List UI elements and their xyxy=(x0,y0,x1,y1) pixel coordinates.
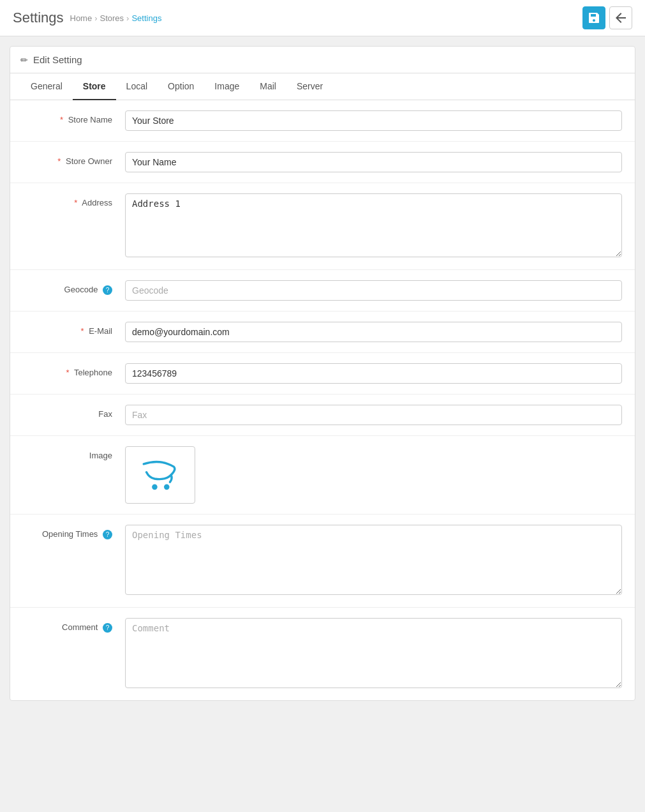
opening-times-label: Opening Times ? xyxy=(23,525,125,539)
comment-control xyxy=(125,618,622,690)
card-header-title: Edit Setting xyxy=(33,54,82,65)
breadcrumb-sep-2: › xyxy=(126,13,129,23)
comment-input[interactable] xyxy=(125,618,622,688)
email-row: * E-Mail xyxy=(10,312,635,353)
svg-point-0 xyxy=(152,485,158,490)
fax-input[interactable] xyxy=(125,405,622,425)
image-row: Image xyxy=(10,436,635,515)
geocode-help-icon[interactable]: ? xyxy=(103,285,112,295)
opening-times-control xyxy=(125,525,622,597)
address-label: * Address xyxy=(23,193,125,207)
pencil-icon: ✏ xyxy=(20,55,28,65)
email-input[interactable] xyxy=(125,322,622,342)
comment-help-icon[interactable]: ? xyxy=(103,623,112,633)
comment-label: Comment ? xyxy=(23,618,125,633)
breadcrumb-current: Settings xyxy=(131,13,161,23)
store-name-label: * Store Name xyxy=(23,110,125,124)
store-name-row: * Store Name xyxy=(10,100,635,142)
fax-label: Fax xyxy=(23,405,125,419)
telephone-label: * Telephone xyxy=(23,363,125,377)
store-owner-row: * Store Owner xyxy=(10,142,635,183)
store-owner-control xyxy=(125,152,622,172)
fax-row: Fax xyxy=(10,395,635,436)
geocode-row: Geocode ? xyxy=(10,270,635,312)
email-required: * xyxy=(80,326,84,336)
address-required: * xyxy=(74,198,77,207)
store-owner-label: * Store Owner xyxy=(23,152,125,166)
tab-option[interactable]: Option xyxy=(158,73,204,100)
telephone-control xyxy=(125,363,622,384)
opening-times-row: Opening Times ? xyxy=(10,515,635,608)
telephone-row: * Telephone xyxy=(10,353,635,395)
settings-card: ✏ Edit Setting General Store Local Optio… xyxy=(10,46,635,701)
store-owner-required: * xyxy=(57,156,61,166)
image-control xyxy=(125,446,622,504)
top-bar-left: Settings Home › Stores › Settings xyxy=(13,10,161,26)
opening-times-input[interactable] xyxy=(125,525,622,595)
breadcrumb-sep-1: › xyxy=(94,13,97,23)
store-name-control xyxy=(125,110,622,131)
image-preview[interactable] xyxy=(125,446,195,504)
card-header: ✏ Edit Setting xyxy=(10,47,635,73)
telephone-input[interactable] xyxy=(125,363,622,384)
store-name-input[interactable] xyxy=(125,110,622,131)
email-control xyxy=(125,322,622,342)
page-title: Settings xyxy=(13,10,64,26)
top-bar: Settings Home › Stores › Settings xyxy=(0,0,645,36)
cart-logo xyxy=(138,456,182,494)
address-row: * Address Address 1 xyxy=(10,183,635,270)
telephone-required: * xyxy=(66,368,70,377)
save-icon xyxy=(589,13,599,23)
tab-server[interactable]: Server xyxy=(286,73,333,100)
address-control: Address 1 xyxy=(125,193,622,259)
top-bar-actions xyxy=(582,6,632,29)
opening-times-help-icon[interactable]: ? xyxy=(103,530,112,539)
geocode-input[interactable] xyxy=(125,280,622,301)
breadcrumb: Home › Stores › Settings xyxy=(70,13,162,23)
tab-mail[interactable]: Mail xyxy=(249,73,286,100)
geocode-control xyxy=(125,280,622,301)
store-name-required: * xyxy=(60,115,63,124)
tab-store[interactable]: Store xyxy=(73,73,116,100)
tabs: General Store Local Option Image Mail Se… xyxy=(10,73,635,100)
email-label: * E-Mail xyxy=(23,322,125,336)
breadcrumb-stores[interactable]: Stores xyxy=(100,13,124,23)
fax-control xyxy=(125,405,622,425)
image-label: Image xyxy=(23,446,125,460)
breadcrumb-home[interactable]: Home xyxy=(70,13,93,23)
main-content: ✏ Edit Setting General Store Local Optio… xyxy=(0,36,645,710)
save-button[interactable] xyxy=(582,6,605,29)
tab-general[interactable]: General xyxy=(20,73,73,100)
tab-local[interactable]: Local xyxy=(116,73,158,100)
svg-point-1 xyxy=(164,485,170,490)
comment-row: Comment ? xyxy=(10,608,635,700)
tab-image[interactable]: Image xyxy=(204,73,249,100)
back-button[interactable] xyxy=(609,6,632,29)
form-area: * Store Name * Store Owner xyxy=(10,100,635,700)
address-input[interactable]: Address 1 xyxy=(125,193,622,257)
back-icon xyxy=(616,13,626,23)
geocode-label: Geocode ? xyxy=(23,280,125,295)
store-owner-input[interactable] xyxy=(125,152,622,172)
